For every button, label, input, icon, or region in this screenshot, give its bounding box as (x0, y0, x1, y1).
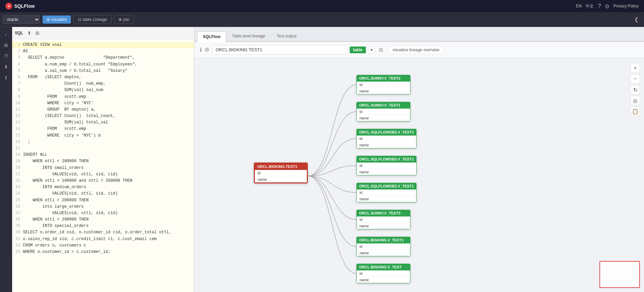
lineage-canvas: ORCL.BIGKING.TEST1 id name ORCL.SUNNY.V_… (194, 58, 644, 292)
tab-sqlflow[interactable]: SQLFlow (197, 31, 226, 42)
line-code-18: INSERT ALL (23, 152, 47, 158)
tab-text-output[interactable]: Text output (271, 31, 302, 41)
line-code-19: WHEN ottl < 100000 THEN (23, 158, 88, 165)
line-number-9: 9 (14, 94, 23, 100)
sidebar-download-icon[interactable]: ⬇ (1, 62, 11, 71)
line-number-28: 28 (14, 216, 23, 223)
clipboard-button[interactable]: 📋 (630, 107, 640, 116)
line-number-7: 7 (14, 81, 23, 87)
zoom-in-button[interactable]: + (630, 63, 640, 73)
github-icon[interactable]: ⊙ (605, 3, 609, 9)
code-editor[interactable]: 1CREATE VIEW vsal2AS3 SELECT a.deptno "D… (12, 39, 194, 292)
lang-zh[interactable]: 中文 (586, 3, 594, 9)
refresh-button[interactable]: ↻ (630, 85, 640, 94)
table-type-dropdown[interactable]: ▾ (369, 46, 375, 54)
source-node-6[interactable]: ORCL.BIGKING.V_TEST1 id name (356, 237, 410, 256)
logo-text: SQLFlow (14, 3, 35, 9)
code-line-18: 18INSERT ALL (12, 152, 194, 158)
line-number-26: 26 (14, 204, 23, 210)
line-code-13: SUM(sal) total_sal (23, 119, 108, 126)
join-icon: ⊕ (118, 17, 122, 22)
lineage-path-4 (308, 176, 356, 193)
line-code-28: WHEN ottl > 290000 THEN (23, 216, 88, 223)
line-number-1: 1 (14, 42, 23, 48)
line-number-25: 25 (14, 197, 23, 204)
line-code-10: WHERE city = 'NYC' (23, 100, 93, 107)
source-node-0[interactable]: ORCL.SUNNY.V_TEST2 id name (356, 75, 410, 94)
source-node-5[interactable]: ORCL.SUNNY.V_TEST3 id name (356, 210, 410, 229)
code-line-27: 27 VALUES(oid, ottl, sid, cid) (12, 210, 194, 216)
code-line-11: 11 GROUP BY deptno) a, (12, 107, 194, 113)
source-node-3[interactable]: ORCL.SQLFLOWDB3.V_TEST2 id name (356, 156, 417, 175)
source-node-4[interactable]: ORCL.SQLFLOWDB3.V_TEST1 id name (356, 183, 417, 202)
help-icon[interactable]: ? (598, 3, 601, 9)
join-button[interactable]: ⊕ join (114, 15, 134, 24)
code-line-10: 10 WHERE city = 'NYC' (12, 100, 194, 107)
line-code-6: FROM (SELECT deptno, (23, 74, 81, 81)
toolbar: oracle mysql postgresql sqlserver ⊞ visu… (0, 12, 644, 27)
line-number-8: 8 (14, 87, 23, 93)
privacy-policy[interactable]: Privacy Policy (613, 4, 639, 8)
source-node-2[interactable]: ORCL.SQLFLOWDB3.V_TEST3 id name (356, 129, 417, 148)
code-line-15: 15 WHERE city = 'NYC') b (12, 133, 194, 139)
lineage-path-0 (308, 85, 356, 176)
join-label: join (123, 17, 130, 22)
code-line-8: 8 SUM(sal) sal_sum (12, 87, 194, 93)
line-number-2: 2 (14, 48, 23, 55)
overview-button[interactable]: visualize lineage overview (388, 46, 444, 54)
code-line-7: 7 Count() num_emp, (12, 81, 194, 87)
settings-icon[interactable]: ⚙ (205, 47, 209, 53)
line-code-20: INTO small_orders (23, 165, 84, 171)
lineage-path-1 (308, 112, 356, 176)
code-line-13: 13 SUM(sal) total_sal (12, 119, 194, 126)
line-code-12: (SELECT Count() total_count, (23, 113, 115, 119)
tab-table-lineage[interactable]: Table level lineage (226, 31, 271, 41)
code-line-21: 21 VALUES(oid, ottl, sid, cid) (12, 171, 194, 178)
line-code-33: WHERE o.customer_id = c.customer_id; (23, 249, 110, 255)
target-node[interactable]: ORCL.BIGKING.TEST1 id name (254, 163, 308, 183)
code-line-33: 33WHERE o.customer_id = c.customer_id; (12, 249, 194, 255)
sidebar-check-icon[interactable]: ✓ (1, 30, 11, 39)
code-line-29: 29 INTO special_orders (12, 223, 194, 229)
code-line-23: 23 INTO medium_orders (12, 184, 194, 191)
line-number-31: 31 (14, 236, 23, 242)
line-code-9: FROM scott.emp (23, 94, 86, 100)
copy-icon[interactable]: ⧉ (379, 47, 383, 53)
line-number-5: 5 (14, 68, 23, 74)
line-number-4: 4 (14, 61, 23, 68)
line-code-5: a.sal_sum / b.total_sal "Salary" (23, 68, 128, 74)
sidebar-info-icon[interactable]: ℹ (1, 73, 11, 82)
logo: ✦ SQLFlow (5, 3, 35, 9)
source-node-7[interactable]: ORCL.BIGKING.V_TEST id name (356, 264, 410, 283)
line-code-29: INTO special_orders (23, 223, 88, 229)
source-node-1[interactable]: ORCL.SUNNY.V_TEST1 id name (356, 102, 410, 121)
line-code-30: SELECT o.order_id oid, o.customer_id cid… (23, 229, 171, 236)
code-line-16: 16 ; (12, 139, 194, 145)
code-line-9: 9 FROM scott.emp (12, 94, 194, 100)
visualize-button[interactable]: ⊞ visualize (43, 16, 71, 24)
code-line-32: 32FROM orders o, customers c (12, 242, 194, 249)
line-code-23: INTO medium_orders (23, 184, 86, 191)
info-icon[interactable]: ℹ (200, 47, 202, 53)
lineage-input[interactable] (212, 45, 347, 54)
sidebar-clock-icon[interactable]: ⏱ (1, 51, 11, 61)
lang-en[interactable]: EN (576, 4, 582, 8)
zoom-out-button[interactable]: − (630, 74, 640, 84)
target-node-header: ORCL.BIGKING.TEST1 (254, 163, 307, 170)
code-line-4: 4 a.num_emp / b.total_count "Employees", (12, 61, 194, 68)
visualize-label: visualize (51, 17, 67, 22)
line-number-33: 33 (14, 249, 23, 255)
upload-icon[interactable]: ⬆ (27, 30, 31, 36)
minimap-inner (600, 262, 639, 287)
sidebar-grid-icon[interactable]: ⊞ (1, 40, 11, 50)
line-number-22: 22 (14, 178, 23, 184)
db-selector[interactable]: oracle mysql postgresql sqlserver (3, 15, 40, 24)
lineage-path-3 (308, 166, 356, 176)
line-number-3: 3 (14, 55, 23, 61)
line-number-29: 29 (14, 223, 23, 229)
table-lineage-button[interactable]: ⊡ table Lineage (74, 15, 111, 24)
collapse-button[interactable]: ❮ (632, 15, 641, 24)
line-number-24: 24 (14, 191, 23, 197)
schema-icon[interactable]: ⊞ (35, 30, 39, 36)
target-button[interactable]: ◎ (630, 96, 640, 105)
